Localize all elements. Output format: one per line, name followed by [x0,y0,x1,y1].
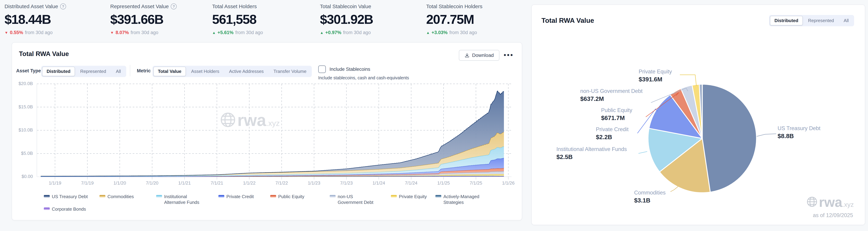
pie-label-value: $3.1B [634,197,665,204]
x-tick-label: 7/1/25 [462,180,490,186]
legend-label: US Treasury Debt [52,194,88,200]
x-tick-label: 1/1/19 [41,180,69,186]
legend-item-corporate-bonds[interactable]: Corporate Bonds [44,206,86,212]
x-tick-label: 1/1/20 [106,180,134,186]
legend-swatch [391,195,397,197]
stat-total-asset-holders: Total Asset Holders561,558▲+5.61%from 30… [212,3,313,35]
legend-label: Private Equity [399,194,427,200]
stat-label: Total Stablecoin Holders [426,3,483,9]
x-tick-label: 1/1/23 [300,180,328,186]
arrow-down-icon: ▼ [4,31,8,35]
legend-swatch [435,195,441,197]
arrow-up-icon: ▲ [426,31,430,35]
stat-distributed-asset-value: Distributed Asset Value?$18.44B▼0.55%fro… [4,3,105,35]
arrow-up-icon: ▲ [320,31,323,35]
stat-delta: ▲+3.03%from 30d ago [426,30,527,35]
y-tick-label: $20.0B [13,81,33,86]
x-tick-label: 7/1/19 [73,180,101,186]
arrow-up-icon: ▲ [212,31,216,35]
pie-label-name: non-US Government Debt [580,88,643,94]
x-tick-label: 1/1/25 [430,180,458,186]
pie-label-non-us-government-debt: non-US Government Debt$637.2M [580,88,643,102]
pie-label-public-equity: Public Equity$671.7M [601,107,632,121]
legend-label: Commodities [107,194,134,200]
y-tick-label: $5.0B [13,151,33,156]
pie-label-private-equity: Private Equity$391.6M [639,68,672,83]
y-tick-label: $0.00 [13,174,33,179]
y-tick-label: $10.0B [13,127,33,133]
stat-delta: ▲+5.61%from 30d ago [212,30,313,35]
legend-item-non-us-government-debt[interactable]: non-US Government Debt [330,194,375,205]
pie-label-value: $671.7M [601,114,632,121]
x-tick-label: 1/1/24 [365,180,393,186]
stat-delta: ▲+0.97%from 30d ago [320,30,421,35]
legend-label: Private Credit [226,194,254,200]
legend-label: non-US Government Debt [338,194,375,205]
x-tick-label: 7/1/21 [203,180,231,186]
pie-label-institutional-alternative-funds: Institutional Alternative Funds$2.5B [556,146,627,161]
pie-label-name: US Treasury Debt [778,125,820,132]
legend-item-institutional-alternative-funds[interactable]: Institutional Alternative Funds [156,194,205,205]
stat-value: $301.92B [320,12,421,27]
pie-label-commodities: Commodities$3.1B [634,190,665,204]
stat-label: Distributed Asset Value [4,3,58,9]
legend-item-private-credit[interactable]: Private Credit [218,194,254,200]
help-icon[interactable]: ? [171,3,177,9]
rwa-pie-card: Total RWA Value DistributedRepresentedAl… [531,4,865,225]
stat-total-stablecoin-holders: Total Stablecoin Holders207.75M▲+3.03%fr… [426,3,527,35]
pie-label-us-treasury-debt: US Treasury Debt$8.8B [778,125,820,140]
legend-swatch [270,195,276,197]
pie-slice-us-treasury-debt[interactable] [702,84,756,192]
legend-swatch [99,195,105,197]
pie-label-value: $637.2M [580,95,643,102]
legend-label: Institutional Alternative Funds [164,194,205,205]
legend-swatch [44,195,50,197]
stat-delta: ▼8.07%from 30d ago [110,30,211,35]
x-tick-label: 7/1/23 [333,180,360,186]
rwa-value-chart-card: Total RWA Value Download ••• Asset Type … [12,42,522,221]
y-tick-label: $15.0B [13,104,33,110]
legend-item-us-treasury-debt[interactable]: US Treasury Debt [44,194,88,200]
legend-label: Public Equity [278,194,304,200]
legend-swatch [218,195,224,197]
pie-label-value: $8.8B [778,133,820,140]
legend-item-private-equity[interactable]: Private Equity [391,194,427,200]
pie-label-private-credit: Private Credit$2.2B [596,126,628,141]
stat-value: 207.75M [426,12,527,27]
stat-value: 561,558 [212,12,313,27]
x-tick-label: 1/1/22 [236,180,263,186]
stat-value: $18.44B [4,12,105,27]
x-tick-label: 1/1/21 [170,180,198,186]
stat-delta: ▼0.55%from 30d ago [4,30,105,35]
pie-label-name: Institutional Alternative Funds [556,146,627,152]
legend-swatch [330,195,336,197]
pie-label-value: $2.5B [556,153,627,161]
x-tick-label: 1/1/26 [494,180,522,186]
x-tick-label: 7/1/22 [268,180,296,186]
stat-value: $391.66B [110,12,211,27]
pie-label-name: Private Credit [596,126,628,133]
stat-total-stablecoin-value: Total Stablecoin Value$301.92B▲+0.97%fro… [320,3,421,35]
help-icon[interactable]: ? [60,3,66,9]
legend-item-commodities[interactable]: Commodities [99,194,134,200]
legend-swatch [156,195,162,197]
pie-label-name: Commodities [634,190,665,196]
stat-label: Total Stablecoin Value [320,3,371,9]
stat-label: Represented Asset Value [110,3,169,9]
x-tick-label: 7/1/20 [138,180,166,186]
legend-label: Corporate Bonds [52,206,86,212]
pie-label-name: Private Equity [639,68,672,75]
stat-label: Total Asset Holders [212,3,257,9]
arrow-down-icon: ▼ [110,31,114,35]
legend-swatch [44,207,50,210]
legend-item-public-equity[interactable]: Public Equity [270,194,304,200]
legend-label: Actively-Managed Strategies [443,194,483,205]
pie-label-name: Public Equity [601,107,632,113]
pie-chart[interactable] [532,5,866,225]
as-of-date: as of 12/09/2025 [813,212,853,219]
legend-item-actively-managed-strategies[interactable]: Actively-Managed Strategies [435,194,483,205]
rwa-dashboard: Distributed Asset Value?$18.44B▼0.55%fro… [0,0,868,231]
area-series-us-treasury-debt[interactable] [41,91,504,176]
pie-label-value: $2.2B [596,134,628,141]
x-tick-label: 7/1/24 [397,180,425,186]
